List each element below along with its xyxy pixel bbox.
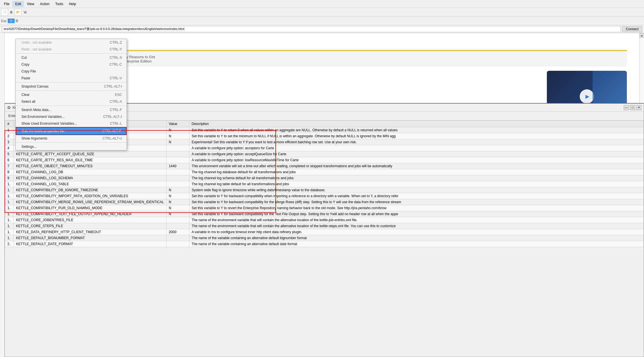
col-num: # (5, 121, 14, 127)
table-row[interactable]: 8 KETTLE_CHANNEL_LOG_DB The log channel … (5, 169, 644, 175)
table-row[interactable]: 1. KETTLE_CHANNEL_LOG_TABLE The log chan… (5, 181, 644, 187)
row-description: Set this variable to Y for backward comp… (189, 199, 643, 205)
menu-clear[interactable]: Clear ESC (16, 91, 127, 98)
table-row[interactable]: 5 KETTLE_CARTE_JETTY_ACCEPT_QUEUE_SIZE A… (5, 151, 644, 157)
row-num: 1. (5, 217, 14, 223)
row-value: N (166, 199, 189, 205)
menu-select-all-label: Select all (21, 100, 35, 104)
menu-edit-kettle[interactable]: Edit the kettle.properties file CTRL-ALT… (16, 127, 127, 135)
table-row[interactable]: 1. KETTLE_CORE_JOBENTRIES_FILE The name … (5, 217, 644, 223)
row-num: 7 (5, 163, 14, 169)
menu-action[interactable]: Action (37, 1, 52, 7)
row-name: KETTLE_COMPATIBILITY_DB_IGNORE_TIMEZONE (14, 187, 167, 193)
row-name: KETTLE_COMPATIBILITY_TEXT_FILE_OUTPUT_AP… (14, 211, 167, 217)
menu-tools[interactable]: Tools (52, 1, 66, 7)
table-row[interactable]: 1. KETTLE_COMPATIBILITY_PUR_OLD_NAMING_M… (5, 205, 644, 211)
menu-paste[interactable]: Paste CTRL-V (16, 75, 127, 82)
menu-search-meta-shortcut: CTRL-F (110, 108, 122, 112)
explore-btn-d[interactable]: D (8, 19, 15, 23)
toolbar-label-b: B (9, 10, 14, 15)
row-description: The name of the variable containing an a… (189, 241, 643, 247)
menu-set-env[interactable]: Set Environment Variables... CTRL-ALT-J (16, 113, 127, 120)
row-description: Set this variable to Y to revert the Ent… (189, 205, 643, 211)
row-value: N (166, 187, 189, 193)
menu-redo-shortcut: CTRL-Y (110, 47, 122, 51)
dialog-minimize-btn[interactable]: — (624, 105, 629, 110)
row-num: 9 (5, 175, 14, 181)
menu-clear-label: Clear (21, 93, 30, 97)
play-button[interactable] (580, 89, 594, 104)
row-description: System wide flag to ignore timezone whil… (189, 187, 643, 193)
menu-cut[interactable]: Cut CTRL-X (16, 54, 127, 61)
menu-copy-file[interactable]: Copy File (16, 68, 127, 75)
table-row[interactable]: 1. KETTLE_DEFAULT_BIGNUMBER_FORMAT The n… (5, 235, 644, 241)
row-num: 1. (5, 235, 14, 241)
menu-undo-shortcut: CTRL-Z (110, 41, 122, 45)
menu-help[interactable]: Help (66, 1, 79, 7)
dialog-maximize-btn[interactable]: □ (630, 105, 635, 110)
row-num: 1. (5, 229, 14, 235)
table-row[interactable]: 1. KETTLE_COMPATIBILITY_MERGE_ROWS_USE_R… (5, 199, 644, 205)
row-num: 5 (5, 151, 14, 157)
menu-show-env[interactable]: Show Used Environment Variables... CTRL-… (16, 120, 127, 127)
menu-show-args[interactable]: Show Arguments CTRL-ALT-U (16, 135, 127, 142)
menu-file[interactable]: File (1, 1, 12, 7)
row-description: The log channel log schema default for a… (189, 175, 643, 181)
menu-view[interactable]: View (24, 1, 37, 7)
table-row[interactable]: 9 KETTLE_CHANNEL_LOG_SCHEMA The log chan… (5, 175, 644, 181)
menu-copy-file-label: Copy File (21, 69, 36, 73)
menu-search-meta[interactable]: Search Meta data... CTRL-F (16, 106, 127, 113)
menu-settings[interactable]: Settings... (16, 143, 127, 150)
sep-1 (16, 53, 127, 54)
row-description: A variable to configure jetty option: ac… (189, 151, 643, 157)
table-row[interactable]: 2. KETTLE_DEFAULT_DATE_FORMAT The name o… (5, 241, 644, 247)
row-description: This environment variable will set a tim… (189, 163, 643, 169)
dialog-close-btn[interactable]: ✕ (636, 105, 641, 110)
row-num: 1. (5, 199, 14, 205)
menu-edit[interactable]: Edit (12, 1, 24, 7)
table-row[interactable]: 1. KETTLE_CORE_STEPS_FILE The name of th… (5, 223, 644, 229)
menu-paste-shortcut: CTRL-V (110, 76, 122, 80)
table-row[interactable]: 7 KETTLE_CARTE_OBJECT_TIMEOUT_MINUTES 14… (5, 163, 644, 169)
row-description: A variable to configure jetty option: ac… (189, 145, 643, 151)
row-value (166, 169, 189, 175)
col-value: Value (166, 121, 189, 127)
table-row[interactable]: 1. KETTLE_DATA_REFINERY_HTTP_CLIENT_TIME… (5, 229, 644, 235)
menu-undo[interactable]: Undo : not available CTRL-Z (16, 39, 127, 46)
table-row[interactable]: 6 KETTLE_CARTE_JETTY_RES_MAX_IDLE_TIME A… (5, 157, 644, 163)
scroll-up-btn[interactable]: ▲ (640, 33, 644, 38)
sep-5 (16, 142, 127, 143)
row-value: N (166, 133, 189, 139)
menu-select-all-shortcut: CTRL-A (110, 100, 122, 104)
row-description: The name of the environment variable tha… (189, 223, 643, 229)
toolbar-label-vi: Vi (22, 10, 28, 15)
row-num: 1. (5, 211, 14, 217)
menu-copy[interactable]: Copy CTRL-C (16, 61, 127, 68)
menubar: File Edit View Action Tools Help (0, 0, 644, 8)
menu-redo[interactable]: Redo : not available CTRL-Y (16, 46, 127, 53)
toolbar-open[interactable]: 📂 (15, 9, 21, 16)
edit-dropdown-menu: Undo : not available CTRL-Z Redo : not a… (15, 39, 127, 150)
properties-table-container[interactable]: # Variable name Value Description 1 KETT… (5, 120, 644, 354)
sep-4 (16, 106, 127, 106)
row-value: 2000 (166, 229, 189, 235)
menu-snapshot[interactable]: Snapshot Canvas CTRL-ALT-I (16, 83, 127, 90)
address-input[interactable] (2, 26, 621, 32)
row-value (166, 175, 189, 181)
row-value (166, 145, 189, 151)
row-description: The name of the variable containing an a… (189, 235, 643, 241)
table-row[interactable]: 1. KETTLE_COMPATIBILITY_TEXT_FILE_OUTPUT… (5, 211, 644, 217)
dialog-window-controls: — □ ✕ (624, 105, 641, 110)
row-name: KETTLE_CHANNEL_LOG_DB (14, 169, 167, 175)
table-row[interactable]: 1. KETTLE_COMPATIBILITY_IMPORT_PATH_ADDI… (5, 193, 644, 199)
menu-undo-label: Undo : not available (21, 41, 52, 45)
menu-edit-kettle-shortcut: CTRL-ALT-P (102, 129, 121, 133)
menu-select-all[interactable]: Select all CTRL-A (16, 98, 127, 105)
row-description: The log channel log table default for al… (189, 181, 643, 187)
toolbar-new[interactable]: 📄 (1, 9, 8, 16)
row-value: N (166, 211, 189, 217)
table-row[interactable]: 1. KETTLE_COMPATIBILITY_DB_IGNORE_TIMEZO… (5, 187, 644, 193)
row-value (166, 151, 189, 157)
row-name: KETTLE_COMPATIBILITY_IMPORT_PATH_ADDITIO… (14, 193, 167, 199)
connect-button[interactable]: Connect (622, 26, 642, 32)
